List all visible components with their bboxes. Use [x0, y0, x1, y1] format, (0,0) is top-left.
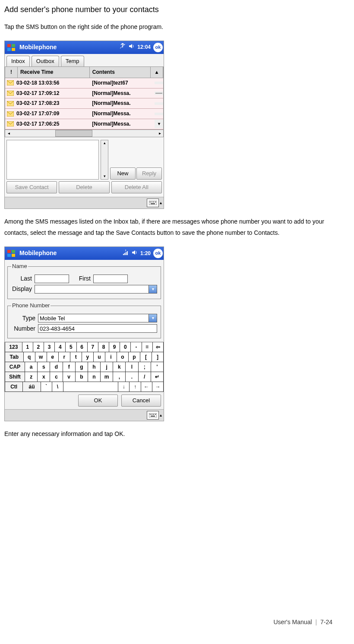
key[interactable]: .: [126, 372, 138, 382]
ok-button[interactable]: ok: [153, 249, 163, 258]
key[interactable]: r: [59, 352, 70, 362]
key[interactable]: 0: [120, 342, 131, 352]
key[interactable]: l: [126, 362, 138, 372]
key[interactable]: w: [35, 352, 47, 362]
key[interactable]: 6: [77, 342, 88, 352]
key[interactable]: ⇦: [153, 342, 164, 352]
key[interactable]: [: [140, 352, 152, 362]
key[interactable]: CAP: [5, 362, 25, 372]
key[interactable]: s: [38, 362, 50, 372]
key[interactable]: Shift: [5, 372, 25, 382]
type-dropdown-icon[interactable]: ▾: [149, 314, 157, 322]
key[interactable]: x: [38, 372, 50, 382]
key[interactable]: m: [101, 372, 113, 382]
key[interactable]: a: [25, 362, 38, 372]
display-field[interactable]: [35, 285, 149, 294]
reply-button[interactable]: Reply: [136, 167, 162, 180]
start-flag-icon[interactable]: [6, 248, 17, 259]
key[interactable]: ]: [152, 352, 164, 362]
key[interactable]: ;: [139, 362, 151, 372]
key[interactable]: e: [47, 352, 59, 362]
key[interactable]: i: [105, 352, 117, 362]
key[interactable]: y: [82, 352, 94, 362]
key[interactable]: Tab: [5, 352, 24, 362]
scroll-up[interactable]: ▴: [151, 67, 163, 78]
preview-scrollbar[interactable]: ▴▾: [101, 140, 108, 180]
key[interactable]: u: [94, 352, 105, 362]
key[interactable]: z: [25, 372, 38, 382]
delete-all-button[interactable]: Delete All: [111, 181, 162, 193]
start-flag-icon[interactable]: [6, 42, 17, 53]
delete-button[interactable]: Delete: [59, 181, 109, 193]
tab-outbox[interactable]: Outbox: [32, 56, 59, 66]
key[interactable]: 2: [33, 342, 44, 352]
keyboard-toggle-icon[interactable]: [147, 411, 159, 420]
key[interactable]: [63, 382, 118, 392]
scroll-track[interactable]: [155, 113, 163, 115]
key[interactable]: 4: [55, 342, 66, 352]
cancel-dialog-button[interactable]: Cancel: [121, 395, 161, 407]
key[interactable]: 5: [66, 342, 76, 352]
table-row[interactable]: 03-02-17 17:09:12[Normal]Messa.: [5, 88, 163, 99]
key[interactable]: ←: [141, 382, 152, 392]
key[interactable]: 1: [22, 342, 33, 352]
ok-dialog-button[interactable]: OK: [78, 395, 118, 407]
scroll-right[interactable]: ▸: [156, 130, 163, 136]
scroll-thumb[interactable]: [55, 130, 92, 137]
key[interactable]: j: [101, 362, 113, 372]
col-receive-time[interactable]: Receive Time: [18, 67, 90, 78]
col-priority[interactable]: !: [5, 67, 18, 78]
onscreen-keyboard[interactable]: 1231234567890-=⇦Tabqwertyuiop[]CAPasdfgh…: [5, 342, 164, 392]
horizontal-scrollbar[interactable]: ◂ ▸: [5, 129, 164, 137]
key[interactable]: -: [131, 342, 142, 352]
key[interactable]: c: [50, 372, 63, 382]
first-name-field[interactable]: [93, 275, 128, 283]
key[interactable]: =: [142, 342, 153, 352]
key[interactable]: `: [41, 382, 52, 392]
key[interactable]: ↵: [151, 372, 164, 382]
tab-inbox[interactable]: Inbox: [6, 56, 30, 66]
key[interactable]: /: [139, 372, 151, 382]
key[interactable]: Ctl: [5, 382, 23, 392]
menu-up-icon[interactable]: ▴: [160, 200, 162, 206]
key[interactable]: →: [152, 382, 164, 392]
key[interactable]: n: [88, 372, 101, 382]
message-preview[interactable]: [6, 140, 99, 180]
keyboard-toggle-icon[interactable]: [147, 199, 159, 207]
scroll-track[interactable]: ▾: [155, 120, 163, 128]
number-field[interactable]: [38, 324, 157, 333]
key[interactable]: g: [76, 362, 88, 372]
scroll-track[interactable]: [155, 82, 163, 84]
key[interactable]: o: [117, 352, 129, 362]
key[interactable]: p: [129, 352, 140, 362]
tab-temp[interactable]: Temp: [61, 56, 84, 66]
key[interactable]: ,: [113, 372, 126, 382]
ok-button[interactable]: ok: [153, 43, 163, 52]
key[interactable]: k: [113, 362, 126, 372]
key[interactable]: b: [76, 372, 88, 382]
save-contact-button[interactable]: Save Contact: [6, 181, 57, 193]
key[interactable]: 9: [109, 342, 120, 352]
type-field[interactable]: [38, 314, 149, 322]
key[interactable]: q: [24, 352, 35, 362]
key[interactable]: áü: [23, 382, 41, 392]
new-button[interactable]: New: [110, 167, 136, 180]
scroll-left[interactable]: ◂: [5, 130, 12, 136]
key[interactable]: v: [63, 372, 76, 382]
last-name-field[interactable]: [35, 275, 69, 283]
display-dropdown-icon[interactable]: ▾: [149, 285, 157, 294]
table-row[interactable]: 03-02-17 17:08:23[Normal]Messa.: [5, 98, 163, 109]
key[interactable]: h: [88, 362, 101, 372]
table-row[interactable]: 03-02-18 13:03:56[Normal]tezt67: [5, 78, 163, 88]
scroll-track[interactable]: [155, 102, 163, 105]
col-contents[interactable]: Contents: [90, 67, 151, 78]
key[interactable]: \: [52, 382, 63, 392]
table-row[interactable]: 03-02-17 17:06:25[Normal]Messa.▾: [5, 119, 163, 129]
key[interactable]: 7: [88, 342, 98, 352]
table-row[interactable]: 03-02-17 17:07:09[Normal]Messa.: [5, 109, 163, 119]
menu-up-icon[interactable]: ▴: [160, 412, 162, 418]
key[interactable]: d: [50, 362, 63, 372]
key[interactable]: 123: [5, 342, 22, 352]
key[interactable]: ↓: [118, 382, 130, 392]
key[interactable]: ↑: [130, 382, 141, 392]
